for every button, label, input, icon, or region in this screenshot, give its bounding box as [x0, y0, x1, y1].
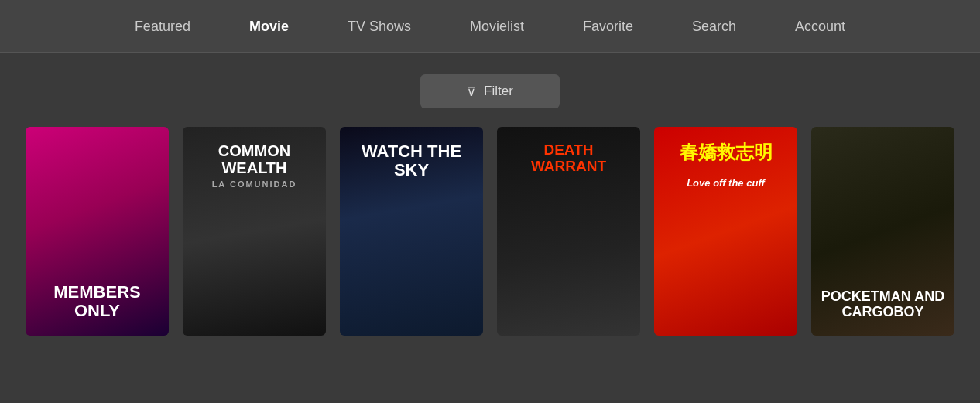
- movie-poster-members-only: [26, 127, 169, 336]
- movie-poster-common-wealth: [183, 127, 326, 336]
- movie-card-chun-giu[interactable]: [654, 127, 797, 336]
- filter-icon: ⊽: [467, 84, 476, 99]
- nav-item-movielist[interactable]: Movielist: [440, 0, 553, 53]
- movie-grid: [0, 127, 980, 359]
- nav-item-featured[interactable]: Featured: [105, 0, 220, 53]
- nav-item-movie[interactable]: Movie: [220, 0, 318, 53]
- nav-item-account[interactable]: Account: [766, 0, 875, 53]
- nav-item-tv-shows[interactable]: TV Shows: [318, 0, 440, 53]
- movie-card-common-wealth[interactable]: [183, 127, 326, 336]
- nav-link-featured[interactable]: Featured: [105, 0, 220, 53]
- nav-link-search[interactable]: Search: [663, 0, 766, 53]
- movie-poster-chun-giu: [654, 127, 797, 336]
- movie-poster-death-warrant: [497, 127, 640, 336]
- nav-link-tv-shows[interactable]: TV Shows: [318, 0, 440, 53]
- nav-link-movielist[interactable]: Movielist: [440, 0, 553, 53]
- movie-card-death-warrant[interactable]: [497, 127, 640, 336]
- nav-link-favorite[interactable]: Favorite: [553, 0, 663, 53]
- filter-button[interactable]: ⊽ Filter: [420, 74, 560, 108]
- nav-link-account[interactable]: Account: [766, 0, 875, 53]
- nav-link-movie[interactable]: Movie: [220, 0, 318, 53]
- movie-poster-watch-the-sky: [340, 127, 483, 336]
- filter-label: Filter: [484, 84, 513, 99]
- nav-item-favorite[interactable]: Favorite: [553, 0, 663, 53]
- movie-card-members-only[interactable]: [26, 127, 169, 336]
- main-nav: FeaturedMovieTV ShowsMovielistFavoriteSe…: [0, 0, 980, 53]
- filter-bar: ⊽ Filter: [0, 53, 980, 127]
- movie-card-watch-the-sky[interactable]: [340, 127, 483, 336]
- nav-item-search[interactable]: Search: [663, 0, 766, 53]
- movie-card-pocketman-cargoboy[interactable]: [811, 127, 954, 336]
- movie-poster-pocketman-cargoboy: [811, 127, 954, 336]
